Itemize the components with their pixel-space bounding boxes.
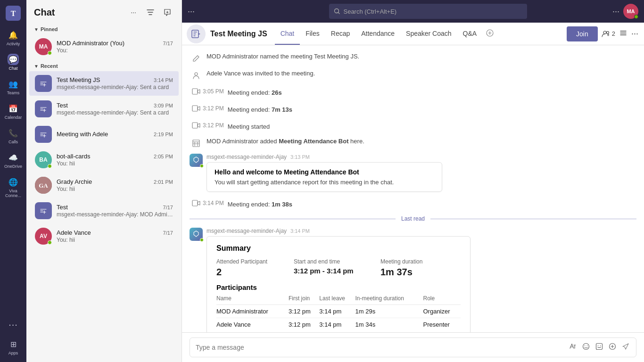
last-read-divider: Last read [190, 215, 636, 222]
video-icon [190, 119, 203, 132]
meeting-list-view-button[interactable] [619, 29, 627, 39]
chat-time: 2:05 PM [154, 154, 173, 159]
sidebar-item-teams[interactable]: 👥 Teams [2, 75, 25, 98]
chat-item-mod-admin[interactable]: MA MOD Administrator (You) 7/17 You: [29, 34, 179, 59]
sidebar-item-label: Chat [8, 66, 17, 71]
join-button[interactable]: Join [567, 26, 598, 41]
event-time: 3:05 PM [203, 88, 224, 95]
chat-preview: msgext-message-reminder-Ajay: Sent a car… [57, 109, 173, 116]
participant-role: Organizer [423, 305, 461, 318]
chat-time: 7/17 [163, 41, 173, 46]
viva-icon: 🌐 [8, 176, 19, 188]
attended-label: Attended Participant [216, 258, 292, 265]
system-message-named: MOD Administrator named the meeting Test… [190, 51, 636, 65]
col-header-role: Role [423, 295, 461, 305]
svg-rect-19 [596, 344, 603, 350]
send-button[interactable] [621, 342, 630, 353]
sticker-icon[interactable] [594, 342, 604, 353]
avatar [35, 202, 52, 219]
bot-summary-time: 3:14 PM [290, 228, 310, 234]
chat-icon: 💬 [8, 54, 19, 65]
online-status-dot [48, 51, 52, 55]
add-attachment-icon[interactable] [608, 342, 617, 353]
user-avatar[interactable]: MA [623, 4, 638, 19]
search-icon [334, 8, 340, 15]
format-text-icon[interactable] [568, 342, 578, 353]
video-icon [190, 85, 203, 98]
chevron-down-icon: ▼ [34, 27, 39, 32]
event-time: 3:14 PM [203, 200, 224, 206]
participant-duration: 1m 34s [355, 318, 423, 331]
settings-more-icon[interactable]: ··· [612, 7, 619, 16]
emoji-icon[interactable] [581, 342, 591, 353]
avatar: MA [35, 38, 52, 55]
more-actions-icon[interactable]: ··· [188, 7, 195, 16]
recent-section-label[interactable]: ▼ Recent [26, 59, 182, 71]
participant-role: Presenter [423, 318, 461, 331]
search-box[interactable] [329, 4, 527, 19]
sidebar-item-more[interactable]: ··· [2, 316, 25, 334]
system-message-text: Adele Vance was invited to the meeting. [206, 68, 315, 77]
chat-item-test[interactable]: Test 3:09 PM msgext-message-reminder-Aja… [29, 97, 179, 121]
chat-item-test-2[interactable]: Test 7/17 msgext-message-reminder-Ajay: … [29, 198, 179, 223]
teams-icon: 👥 [8, 78, 19, 90]
sidebar-item-viva[interactable]: 🌐 Viva Conne... [2, 173, 25, 201]
chat-preview: You: hii [57, 186, 173, 192]
chat-name: Test [57, 204, 68, 211]
divider-line-left [190, 219, 396, 219]
sidebar-item-onedrive[interactable]: ☁️ OneDrive [2, 149, 25, 172]
more-options-button[interactable]: ··· [127, 6, 140, 19]
tab-chat[interactable]: Chat [275, 23, 300, 45]
sidebar-item-apps[interactable]: ⊞ Apps [2, 336, 25, 358]
avatar [35, 75, 52, 92]
sidebar-item-calendar[interactable]: 📅 Calendar [2, 100, 25, 123]
system-message-added-bot: MOD Administrator added Meeting Attendan… [190, 136, 636, 150]
chat-item-grady-archie[interactable]: GA Grady Archie 2:01 PM You: hii [29, 173, 179, 197]
card-greeting: Hello and welcome to Meeting Attendance … [215, 168, 434, 176]
chat-item-meeting-adele[interactable]: Meeting with Adele 2:19 PM [29, 122, 179, 147]
filter-button[interactable] [144, 6, 157, 19]
chat-item-adele-vance[interactable]: AV Adele Vance 7/17 You: hii [29, 224, 179, 248]
chat-preview: You: hii [57, 160, 173, 167]
sidebar-item-chat[interactable]: 💬 Chat [2, 51, 25, 74]
bot-avatar-2 [190, 228, 203, 241]
tab-recap[interactable]: Recap [325, 23, 355, 45]
tab-files[interactable]: Files [300, 23, 325, 45]
chat-preview: msgext-message-reminder-Ajay: Sent a car… [57, 84, 173, 90]
add-tab-button[interactable] [482, 25, 497, 43]
chat-time: 7/17 [163, 205, 173, 210]
participants-count: 2 [612, 30, 615, 37]
time-range: 3:12 pm - 3:14 pm [294, 267, 379, 275]
tab-qa[interactable]: Q&A [457, 23, 483, 45]
pinned-section-label[interactable]: ▼ Pinned [26, 23, 182, 34]
participant-name: MOD Administrator [216, 305, 289, 318]
sidebar: T 🔔 Activity 💬 Chat 👥 Teams 📅 Calendar 📞… [0, 0, 26, 362]
search-input[interactable] [343, 8, 522, 15]
bot-summary-content: msgext-message-reminder-Ajay 3:14 PM Sum… [206, 228, 636, 332]
chat-item-test-meeting-js[interactable]: Test Meeting JS 3:14 PM msgext-message-r… [29, 71, 179, 96]
teams-logo[interactable]: T [6, 6, 21, 21]
new-chat-button[interactable] [161, 6, 174, 19]
table-row: MOD Administrator 3:12 pm 3:14 pm 1m 29s… [216, 305, 461, 318]
meeting-more-options-button[interactable]: ··· [631, 29, 638, 39]
svg-rect-12 [192, 106, 198, 111]
chat-header-icons: ··· [127, 6, 174, 19]
avatar [35, 100, 52, 117]
meeting-started-312: 3:12 PM Meeting started [190, 119, 636, 132]
svg-rect-13 [192, 123, 198, 128]
sidebar-item-label: OneDrive [4, 164, 22, 169]
chat-time: 2:01 PM [154, 179, 173, 185]
col-header-first-join: First join [289, 295, 319, 305]
message-input[interactable] [196, 344, 564, 351]
sidebar-item-activity[interactable]: 🔔 Activity [2, 26, 25, 49]
participant-last-leave: 3:14 pm [319, 305, 355, 318]
video-icon [190, 102, 203, 115]
online-status-dot [48, 240, 52, 245]
participant-first-join: 3:12 pm [289, 318, 319, 331]
chat-item-bot-all-cards[interactable]: BA bot-all-cards 2:05 PM You: hii [29, 148, 179, 172]
sidebar-item-calls[interactable]: 📞 Calls [2, 124, 25, 147]
bot-message-summary: msgext-message-reminder-Ajay 3:14 PM Sum… [190, 228, 636, 332]
tab-attendance[interactable]: Attendance [355, 23, 400, 45]
tab-speaker-coach[interactable]: Speaker Coach [400, 23, 457, 45]
participants-button[interactable]: 2 [602, 30, 615, 38]
